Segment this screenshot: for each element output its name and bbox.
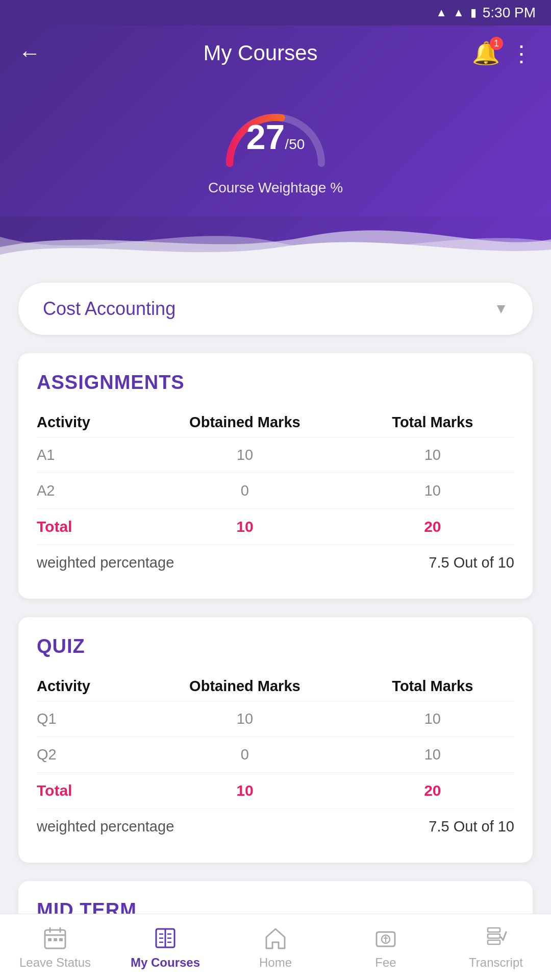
gauge-total: /50 — [285, 136, 305, 152]
assignments-table: Activity Obtained Marks Total Marks A1 1… — [37, 408, 514, 580]
activity-q1: Q1 — [37, 701, 139, 737]
activity-a2: A2 — [37, 473, 139, 509]
gauge-current: 27 — [246, 117, 285, 156]
nav-label-transcript: Transcript — [469, 955, 523, 970]
assignments-header-row: Activity Obtained Marks Total Marks — [37, 408, 514, 437]
nav-label-fee: Fee — [375, 955, 396, 970]
total-label-0: Total — [37, 509, 139, 545]
total-a2: 10 — [351, 473, 514, 509]
quiz-weighted-row: weighted percentage 7.5 Out of 10 — [37, 809, 514, 845]
gauge-container: 27/50 Course Weightage % — [18, 82, 533, 216]
assignments-weighted-row: weighted percentage 7.5 Out of 10 — [37, 545, 514, 581]
obtained-q1: 10 — [139, 701, 351, 737]
more-button[interactable]: ⋮ — [510, 40, 533, 66]
obtained-a1: 10 — [139, 437, 351, 473]
course-name: Cost Accounting — [43, 298, 176, 320]
col-total-0: Total Marks — [351, 408, 514, 437]
total-q1: 10 — [351, 701, 514, 737]
total-q2: 10 — [351, 737, 514, 773]
col-activity-0: Activity — [37, 408, 139, 437]
gauge-wrapper: 27/50 — [214, 92, 337, 174]
gauge-text: 27/50 — [246, 119, 305, 154]
fee-icon — [372, 925, 399, 951]
header-actions: 🔔 1 ⋮ — [472, 40, 533, 66]
assignments-title: ASSIGNMENTS — [37, 372, 514, 394]
activity-q2: Q2 — [37, 737, 139, 773]
bottom-navigation: Leave Status My Courses Home Fee — [0, 914, 551, 980]
obtained-a2: 0 — [139, 473, 351, 509]
weighted-label-1: weighted percentage — [37, 809, 351, 845]
svg-rect-5 — [54, 938, 57, 941]
quiz-table: Activity Obtained Marks Total Marks Q1 1… — [37, 672, 514, 844]
activity-a1: A1 — [37, 437, 139, 473]
nav-item-transcript[interactable]: Transcript — [441, 914, 551, 980]
table-row: A1 10 10 — [37, 437, 514, 473]
svg-rect-20 — [488, 934, 500, 938]
signal-icon: ▲ — [453, 6, 464, 19]
total-marks-0: 20 — [351, 509, 514, 545]
status-icons: ▲ ▲ ▮ 5:30 PM — [436, 5, 536, 21]
col-obtained-1: Obtained Marks — [139, 672, 351, 701]
col-obtained-0: Obtained Marks — [139, 408, 351, 437]
wave-divider — [0, 216, 551, 267]
col-activity-1: Activity — [37, 672, 139, 701]
nav-item-my-courses[interactable]: My Courses — [110, 914, 220, 980]
notification-button[interactable]: 🔔 1 — [472, 40, 500, 66]
back-button[interactable]: ← — [18, 40, 49, 66]
quiz-total-row: Total 10 20 — [37, 773, 514, 809]
table-row: A2 0 10 — [37, 473, 514, 509]
main-content: Cost Accounting ▼ ASSIGNMENTS Activity O… — [0, 267, 551, 980]
assignments-card: ASSIGNMENTS Activity Obtained Marks Tota… — [18, 353, 533, 599]
page-title: My Courses — [49, 41, 472, 65]
nav-item-home[interactable]: Home — [220, 914, 331, 980]
header-top: ← My Courses 🔔 1 ⋮ — [18, 40, 533, 66]
header: ← My Courses 🔔 1 ⋮ — [0, 26, 551, 216]
svg-rect-4 — [48, 938, 52, 941]
total-obtained-0: 10 — [139, 509, 351, 545]
obtained-q2: 0 — [139, 737, 351, 773]
svg-rect-6 — [59, 938, 63, 941]
nav-label-leave-status: Leave Status — [19, 955, 91, 970]
quiz-card: QUIZ Activity Obtained Marks Total Marks… — [18, 617, 533, 863]
book-icon — [152, 925, 179, 951]
status-time: 5:30 PM — [483, 5, 536, 21]
table-row: Q2 0 10 — [37, 737, 514, 773]
total-marks-1: 20 — [351, 773, 514, 809]
quiz-header-row: Activity Obtained Marks Total Marks — [37, 672, 514, 701]
wifi-icon: ▲ — [436, 6, 447, 19]
svg-rect-21 — [488, 940, 500, 944]
weighted-label-0: weighted percentage — [37, 545, 351, 581]
svg-rect-19 — [488, 928, 500, 932]
wave-svg — [0, 216, 551, 267]
assignments-total-row: Total 10 20 — [37, 509, 514, 545]
nav-item-leave-status[interactable]: Leave Status — [0, 914, 110, 980]
col-total-1: Total Marks — [351, 672, 514, 701]
chevron-down-icon: ▼ — [494, 301, 508, 317]
course-selector[interactable]: Cost Accounting ▼ — [18, 283, 533, 335]
table-row: Q1 10 10 — [37, 701, 514, 737]
gauge-label: Course Weightage % — [208, 180, 343, 196]
weighted-value-0: 7.5 Out of 10 — [351, 545, 514, 581]
quiz-title: QUIZ — [37, 635, 514, 657]
nav-label-home: Home — [259, 955, 292, 970]
total-a1: 10 — [351, 437, 514, 473]
total-obtained-1: 10 — [139, 773, 351, 809]
total-label-1: Total — [37, 773, 139, 809]
notification-badge: 1 — [490, 37, 503, 50]
home-icon — [262, 925, 289, 951]
transcript-icon — [483, 925, 509, 951]
weighted-value-1: 7.5 Out of 10 — [351, 809, 514, 845]
battery-icon: ▮ — [470, 6, 477, 19]
nav-label-my-courses: My Courses — [131, 955, 200, 970]
status-bar: ▲ ▲ ▮ 5:30 PM — [0, 0, 551, 26]
nav-item-fee[interactable]: Fee — [331, 914, 441, 980]
calendar-icon — [42, 925, 68, 951]
